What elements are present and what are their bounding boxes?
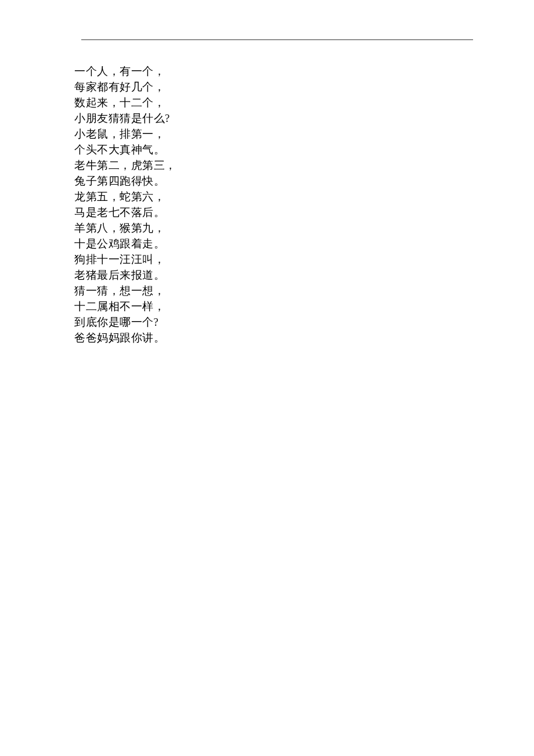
poem-line: 数起来，十二个，	[74, 95, 176, 111]
poem-line: 小朋友猜猜是什么?	[74, 111, 176, 127]
poem-line: 爸爸妈妈跟你讲。	[74, 330, 176, 346]
poem-line: 十是公鸡跟着走。	[74, 236, 176, 252]
poem-line: 猜一猜，想一想，	[74, 283, 176, 299]
poem-line: 老牛第二，虎第三，	[74, 158, 176, 174]
poem-line: 马是老七不落后。	[74, 205, 176, 221]
poem-body: 一个人，有一个， 每家都有好几个， 数起来，十二个， 小朋友猜猜是什么? 小老鼠…	[74, 64, 176, 346]
poem-line: 小老鼠，排第一，	[74, 127, 176, 142]
poem-line: 个头不大真神气。	[74, 142, 176, 158]
poem-line: 羊第八，猴第九，	[74, 221, 176, 236]
poem-line: 兔子第四跑得快。	[74, 174, 176, 189]
horizontal-divider	[81, 39, 473, 40]
poem-line: 狗排十一汪汪叫，	[74, 252, 176, 268]
poem-line: 每家都有好几个，	[74, 80, 176, 95]
poem-line: 老猪最后来报道。	[74, 268, 176, 283]
poem-line: 十二属相不一样，	[74, 299, 176, 315]
poem-line: 一个人，有一个，	[74, 64, 176, 80]
poem-line: 龙第五，蛇第六，	[74, 189, 176, 205]
poem-line: 到底你是哪一个?	[74, 315, 176, 330]
